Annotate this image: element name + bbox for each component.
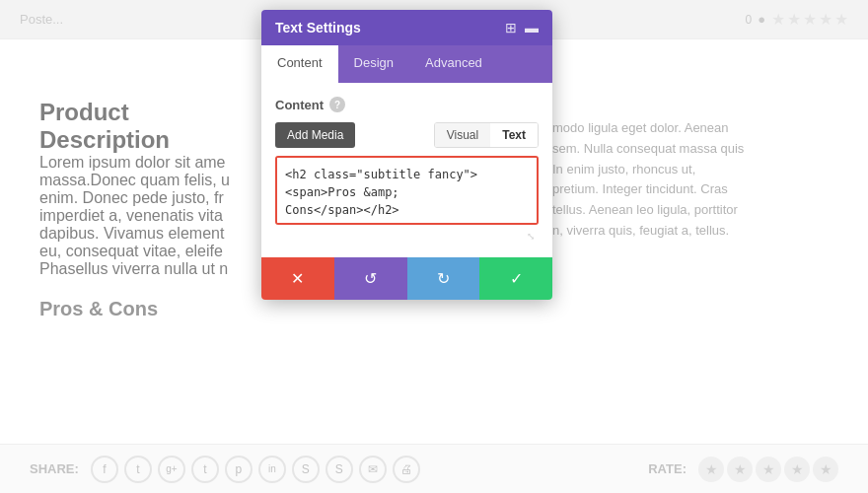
modal-header: Text Settings ⊞ ▬	[261, 10, 552, 45]
tab-advanced[interactable]: Advanced	[409, 45, 498, 83]
visual-view-button[interactable]: Visual	[435, 123, 490, 147]
cursor	[663, 153, 671, 161]
view-toggle: Visual Text	[434, 122, 539, 148]
modal-header-icons: ⊞ ▬	[505, 20, 539, 35]
undo-button[interactable]: ↺	[334, 257, 407, 300]
redo-button[interactable]: ↻	[407, 257, 480, 300]
tab-content[interactable]: Content	[261, 45, 338, 83]
content-section-label: Content	[275, 98, 324, 112]
add-media-button[interactable]: Add Media	[275, 122, 355, 148]
toolbar-row: Add Media Visual Text	[275, 122, 539, 148]
collapse-icon[interactable]: ▬	[525, 20, 539, 35]
save-button[interactable]: ✓	[479, 257, 552, 300]
modal-body: Content ? Add Media Visual Text <h2 clas…	[261, 83, 552, 257]
resize-handle[interactable]: ⤡	[275, 229, 539, 244]
expand-icon[interactable]: ⊞	[505, 20, 517, 35]
cancel-button[interactable]: ✕	[261, 257, 334, 300]
modal-title: Text Settings	[275, 20, 361, 35]
text-view-button[interactable]: Text	[490, 123, 538, 147]
modal-footer: ✕ ↺ ↻ ✓	[261, 257, 552, 300]
content-label-row: Content ?	[275, 97, 539, 112]
text-editor[interactable]: <h2 class="subtitle fancy"><span>Pros &a…	[275, 156, 539, 225]
help-icon[interactable]: ?	[329, 97, 345, 112]
modal-tabs: Content Design Advanced	[261, 45, 552, 83]
text-settings-modal: Text Settings ⊞ ▬ Content Design Advance…	[261, 10, 552, 300]
tab-design[interactable]: Design	[338, 45, 409, 83]
